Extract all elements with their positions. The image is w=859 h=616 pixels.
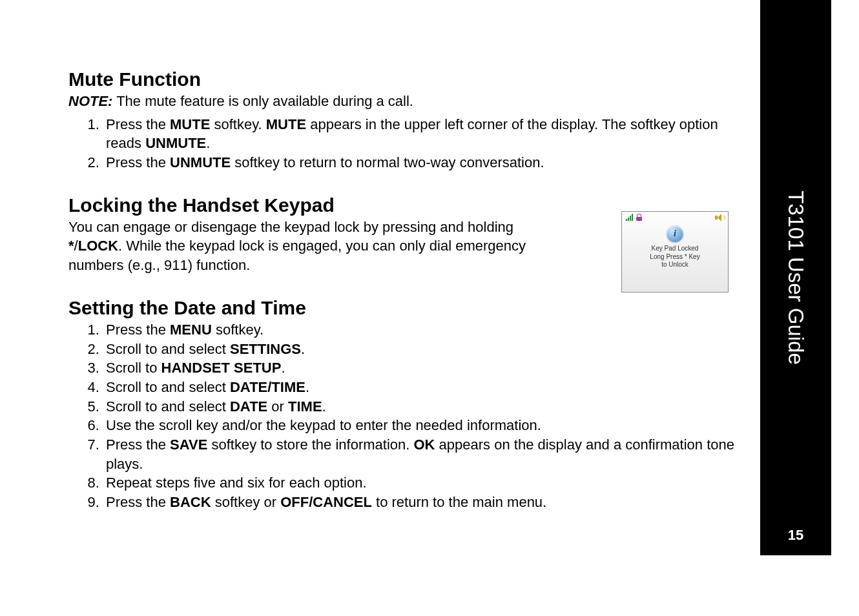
info-icon: i [667,225,683,242]
phone-center: i Key Pad Locked Long Press * Key to Unl… [622,225,728,269]
steps-date-time: Press the MENU softkey. Scroll to and se… [68,320,740,512]
phone-message: Key Pad Locked Long Press * Key to Unloc… [650,245,699,269]
list-item: Press the MUTE softkey. MUTE appears in … [103,115,740,153]
list-item: Scroll to and select DATE/TIME. [103,378,740,397]
phone-status-bar [622,212,728,221]
list-item: Press the BACK softkey or OFF/CANCEL to … [103,493,740,512]
list-item: Press the UNMUTE softkey to return to no… [103,153,740,172]
list-item: Scroll to and select SETTINGS. [103,340,740,359]
phone-screen-figure: i Key Pad Locked Long Press * Key to Unl… [621,211,729,293]
phone-message-line: to Unlock [650,261,699,269]
heading-mute-function: Mute Function [68,68,740,90]
body-locking-keypad: You can engage or disengage the keypad l… [68,218,559,275]
list-item: Press the SAVE softkey to store the info… [103,435,740,473]
list-item: Scroll to and select DATE or TIME. [103,397,740,416]
note-text: The mute feature is only available durin… [112,93,413,109]
list-item: Repeat steps five and six for each optio… [103,473,740,493]
speaker-icon [715,214,724,221]
list-item: Scroll to HANDSET SETUP. [103,358,740,378]
heading-date-time: Setting the Date and Time [68,297,740,319]
note-label: NOTE: [68,93,112,109]
document-page: Mute Function NOTE: The mute feature is … [0,0,831,555]
phone-message-line: Long Press * Key [650,253,699,262]
phone-message-line: Key Pad Locked [650,245,699,253]
lock-icon [636,214,642,221]
list-item: Press the MENU softkey. [103,320,740,340]
signal-icon [626,214,634,221]
sidebar: T3101 User Guide 15 [760,0,831,555]
list-item: Use the scroll key and/or the keypad to … [103,416,740,435]
steps-mute: Press the MUTE softkey. MUTE appears in … [68,115,740,172]
page-number: 15 [760,527,831,544]
document-title: T3101 User Guide [783,190,808,365]
note-mute: NOTE: The mute feature is only available… [68,92,740,111]
